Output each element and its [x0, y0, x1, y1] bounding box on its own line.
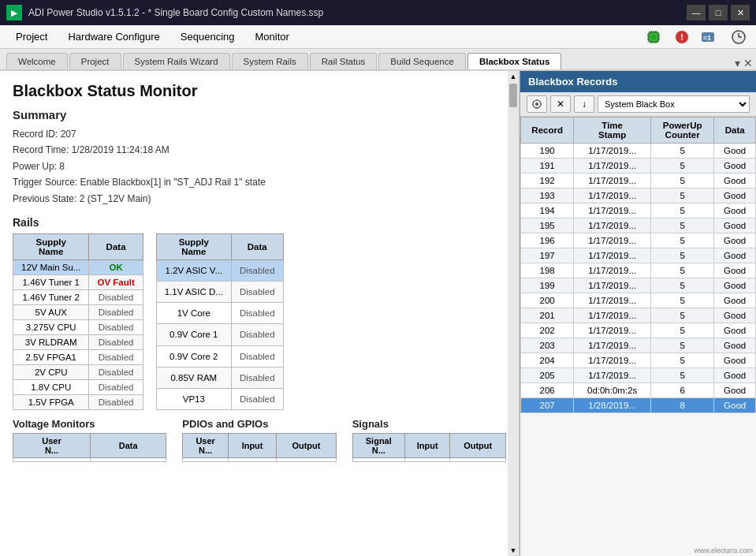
tab-welcome[interactable]: Welcome	[6, 53, 68, 69]
maximize-button[interactable]: □	[709, 5, 728, 21]
left-scrollbar[interactable]: ▲ ▼	[508, 71, 519, 556]
summary-section: Summary Record ID: 207 Record Time: 1/28…	[13, 108, 506, 207]
list-item[interactable]: 2041/17/2019...5Good	[521, 353, 756, 368]
pg-user-header: UserN...	[183, 433, 229, 457]
pg-output-header: Output	[277, 433, 336, 457]
tab-dropdown-button[interactable]: ▾	[735, 57, 740, 69]
table-row: 2V CPUDisabled	[13, 364, 143, 379]
list-item[interactable]: 1921/17/2019...5Good	[521, 174, 756, 188]
list-item[interactable]: 2031/17/2019...5Good	[521, 338, 756, 353]
data-col-header: Data	[714, 118, 756, 144]
sig-input-header: Input	[404, 433, 449, 457]
list-item[interactable]: 2051/17/2019...5Good	[521, 368, 756, 383]
close-button[interactable]: ✕	[731, 5, 750, 21]
blackbox-records-title: Blackbox Records	[528, 76, 617, 88]
list-item[interactable]: 1971/17/2019...5Good	[521, 248, 756, 263]
rails-section: Rails SupplyName Data 12V Main Su...OK1.…	[13, 216, 506, 410]
supply-name-header-2: SupplyName	[156, 233, 231, 259]
menu-sequencing[interactable]: Sequencing	[171, 28, 244, 46]
table-row	[183, 457, 336, 461]
table-row: 0.9V Core 2Disabled	[156, 345, 283, 367]
list-item[interactable]: 1941/17/2019...5Good	[521, 203, 756, 218]
chip-icon-button[interactable]	[642, 28, 665, 47]
menu-hardware-configure[interactable]: Hardware Configure	[58, 28, 169, 46]
menu-bar: Project Hardware Configure Sequencing Mo…	[0, 25, 756, 49]
signals-title: Signals	[352, 418, 506, 430]
menu-project[interactable]: Project	[6, 28, 57, 46]
table-row	[352, 457, 505, 461]
records-settings-button[interactable]	[527, 95, 547, 113]
table-row: 1.8V CPUDisabled	[13, 379, 143, 394]
record-id: Record ID: 207	[13, 126, 506, 142]
tab-blackbox-status[interactable]: Blackbox Status	[467, 53, 561, 69]
table-row: 5V AUXDisabled	[13, 304, 143, 319]
vm-user-header: UserN...	[13, 433, 91, 457]
rails-table-2: SupplyName Data 1.2V ASIC V...Disabled1.…	[156, 233, 284, 410]
list-item[interactable]: 1961/17/2019...5Good	[521, 233, 756, 248]
data-header-1: Data	[89, 233, 143, 259]
signals-table: SignalN... Input Output	[352, 433, 506, 462]
menu-monitor[interactable]: Monitor	[245, 28, 298, 46]
right-panel: Blackbox Records ✕ ↓ System Black Box	[520, 71, 756, 556]
svg-rect-1	[651, 35, 656, 39]
record-col-header: Record	[521, 118, 574, 144]
svg-point-22	[535, 103, 538, 106]
previous-state: Previous State: 2 (ST_12V Main)	[13, 191, 506, 207]
table-row: 1.46V Tuner 2Disabled	[13, 289, 143, 304]
clock-icon-button[interactable]	[728, 28, 750, 47]
main-content: Blackbox Status Monitor Summary Record I…	[0, 71, 756, 556]
list-item[interactable]: 2060d:0h:0m:2s6Good	[521, 383, 756, 398]
records-toolbar: ✕ ↓ System Black Box	[520, 92, 756, 117]
table-row: 3.275V CPUDisabled	[13, 319, 143, 334]
tab-rail-status[interactable]: Rail Status	[310, 53, 378, 69]
tab-project[interactable]: Project	[69, 53, 121, 69]
list-item[interactable]: 1931/17/2019...5Good	[521, 188, 756, 203]
sig-output-header: Output	[450, 433, 506, 457]
blackbox-records-header: Blackbox Records	[520, 71, 756, 92]
left-panel: Blackbox Status Monitor Summary Record I…	[0, 71, 520, 556]
app-title: ADI Power Studio v1.5.1.2 - * Single Boa…	[28, 7, 323, 18]
records-clear-button[interactable]: ✕	[550, 95, 571, 113]
list-item[interactable]: 1981/17/2019...5Good	[521, 263, 756, 278]
vm-data-header: Data	[90, 433, 166, 457]
tab-system-rails[interactable]: System Rails	[232, 53, 308, 69]
table-row: 1.46V Tuner 1OV Fault	[13, 274, 143, 289]
list-item[interactable]: 2071/28/2019...8Good	[521, 398, 756, 413]
bottom-sections: Voltage Monitors UserN... Data	[13, 418, 506, 462]
scroll-down-arrow[interactable]: ▼	[510, 547, 517, 556]
badge-icon-button[interactable]: ≡1	[699, 28, 721, 47]
tab-system-rails-wizard[interactable]: System Rails Wizard	[123, 53, 230, 69]
tab-close-button[interactable]: ✕	[743, 57, 753, 69]
table-row: 12V Main Su...OK	[13, 259, 143, 274]
records-download-button[interactable]: ↓	[574, 95, 594, 113]
records-table-container[interactable]: Record TimeStamp PowerUpCounter Data 190…	[520, 117, 756, 556]
scroll-up-arrow[interactable]: ▲	[510, 71, 517, 80]
list-item[interactable]: 2021/17/2019...5Good	[521, 323, 756, 338]
records-table: Record TimeStamp PowerUpCounter Data 190…	[520, 117, 756, 413]
voltage-monitors-section: Voltage Monitors UserN... Data	[13, 418, 166, 462]
list-item[interactable]: 1901/17/2019...5Good	[521, 144, 756, 159]
list-item[interactable]: 2001/17/2019...5Good	[521, 293, 756, 308]
title-bar: ▶ ADI Power Studio v1.5.1.2 - * Single B…	[0, 0, 756, 25]
minimize-button[interactable]: —	[687, 5, 706, 21]
alert-icon-button[interactable]: !	[671, 28, 693, 47]
list-item[interactable]: 2011/17/2019...5Good	[521, 308, 756, 323]
trigger-source: Trigger Source: Enable Blackbox[1] in "S…	[13, 174, 506, 190]
scroll-thumb[interactable]	[509, 84, 517, 107]
power-up: Power Up: 8	[13, 159, 506, 174]
table-row: 2.5V FPGA1Disabled	[13, 349, 143, 364]
rails-tables: SupplyName Data 12V Main Su...OK1.46V Tu…	[13, 233, 506, 410]
summary-title: Summary	[13, 108, 506, 121]
table-row: 1.5V FPGADisabled	[13, 394, 143, 409]
table-row	[13, 457, 166, 461]
data-header-2: Data	[231, 233, 283, 259]
table-row: 0.85V RAMDisabled	[156, 367, 283, 388]
pdios-gpios-section: PDIOs and GPIOs UserN... Input Output	[182, 418, 336, 462]
voltage-monitors-title: Voltage Monitors	[13, 418, 166, 430]
rails-title: Rails	[13, 216, 506, 229]
tab-build-sequence[interactable]: Build Sequence	[378, 53, 466, 69]
list-item[interactable]: 1951/17/2019...5Good	[521, 218, 756, 233]
records-source-dropdown[interactable]: System Black Box	[598, 95, 750, 113]
list-item[interactable]: 1911/17/2019...5Good	[521, 159, 756, 174]
list-item[interactable]: 1991/17/2019...5Good	[521, 278, 756, 293]
